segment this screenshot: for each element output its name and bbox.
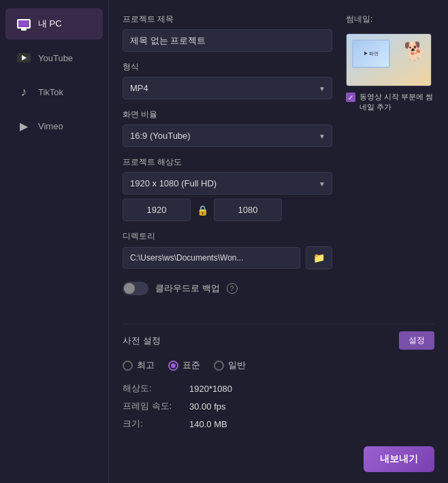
preset-radio-group: 최고 표준 일반 — [123, 359, 434, 371]
preset-standard-radio[interactable] — [168, 361, 178, 371]
sidebar-item-vimeo[interactable]: ▶ Vimeo — [5, 110, 103, 141]
export-row: 내보내기 — [109, 446, 448, 483]
sidebar-item-youtube[interactable]: YouTube — [5, 42, 103, 73]
directory-group: 디렉토리 📁 — [123, 231, 332, 269]
sidebar-label-tiktok: TikTok — [38, 87, 63, 97]
sidebar-item-pc[interactable]: 내 PC — [5, 8, 103, 39]
preset-header: 사전 설정 설정 — [123, 331, 434, 350]
sidebar-label-vimeo: Vimeo — [38, 121, 63, 131]
preset-high-label: 최고 — [137, 359, 155, 371]
preset-section: 사전 설정 설정 최고 표준 일반 해상도: 1920*1080 프레임 속도:… — [109, 331, 448, 446]
resolution-dimensions-row: 🔒 — [123, 199, 332, 221]
thumbnail-preview: ▶ 화면 🐕 — [346, 33, 432, 86]
main-panel: 프로젝트 제목 형식 MP4 MOV AVI ▼ 화면 비율 — [109, 0, 448, 483]
resolution-select-wrapper: 1920 x 1080 (Full HD) 1280 x 720 (HD) 38… — [123, 172, 332, 195]
project-title-group: 프로젝트 제목 — [123, 14, 332, 52]
directory-row: 📁 — [123, 246, 332, 269]
thumbnail-checkbox-label: 동영상 시작 부분에 썸네일 추가 — [359, 92, 434, 113]
height-input[interactable] — [214, 199, 282, 221]
directory-input[interactable] — [123, 247, 300, 269]
thumbnail-checkbox[interactable]: ✓ — [346, 93, 355, 102]
spec-size-value: 140.0 MB — [189, 419, 227, 429]
pc-icon — [16, 16, 31, 31]
spec-fps-key: 프레임 속도: — [123, 400, 184, 412]
format-label: 형식 — [123, 61, 332, 73]
preset-high-radio[interactable] — [123, 361, 133, 371]
thumbnail-checkbox-row: ✓ 동영상 시작 부분에 썸네일 추가 — [346, 92, 434, 113]
preset-normal-radio[interactable] — [214, 361, 224, 371]
preset-title: 사전 설정 — [123, 335, 161, 347]
thumbnail-screen: ▶ 화면 — [352, 39, 390, 68]
preset-standard-label: 표준 — [182, 359, 200, 371]
form-section: 프로젝트 제목 형식 MP4 MOV AVI ▼ 화면 비율 — [123, 14, 332, 317]
cloud-backup-toggle[interactable] — [123, 282, 148, 295]
thumbnail-section: 썸네일: ▶ 화면 🐕 ✓ 동영상 시작 부분에 썸네일 추가 — [346, 14, 434, 317]
preset-standard-option[interactable]: 표준 — [168, 359, 200, 371]
aspect-ratio-select-wrapper: 16:9 (YouTube) 9:16 (TikTok) 1:1 ▼ — [123, 124, 332, 147]
cloud-backup-label: 클라우드로 백업 — [155, 282, 220, 295]
section-divider — [123, 324, 434, 324]
resolution-label: 프로젝트 해상도 — [123, 156, 332, 168]
width-input[interactable] — [123, 199, 191, 221]
cloud-backup-row: 클라우드로 백업 ? — [123, 282, 332, 295]
preset-normal-option[interactable]: 일반 — [214, 359, 246, 371]
spec-fps-row: 프레임 속도: 30.00 fps — [123, 400, 434, 412]
settings-button[interactable]: 설정 — [399, 331, 434, 350]
spec-fps-value: 30.00 fps — [189, 401, 226, 412]
sidebar-label-youtube: YouTube — [38, 53, 73, 63]
help-icon[interactable]: ? — [227, 283, 238, 294]
format-select-wrapper: MP4 MOV AVI ▼ — [123, 77, 332, 99]
sidebar-item-tiktok[interactable]: ♪ TikTok — [5, 76, 103, 107]
folder-browse-button[interactable]: 📁 — [306, 246, 332, 269]
spec-resolution-value: 1920*1080 — [189, 384, 232, 394]
spec-size-row: 크기: 140.0 MB — [123, 418, 434, 430]
thumbnail-background: ▶ 화면 🐕 — [347, 34, 431, 86]
lock-icon: 🔒 — [196, 204, 208, 216]
format-select[interactable]: MP4 MOV AVI — [123, 77, 332, 99]
thumbnail-label: 썸네일: — [346, 14, 434, 25]
resolution-group: 프로젝트 해상도 1920 x 1080 (Full HD) 1280 x 72… — [123, 156, 332, 221]
aspect-ratio-group: 화면 비율 16:9 (YouTube) 9:16 (TikTok) 1:1 ▼ — [123, 109, 332, 147]
thumbnail-dog-emoji: 🐕 — [404, 41, 426, 62]
spec-size-key: 크기: — [123, 418, 184, 430]
project-title-label: 프로젝트 제목 — [123, 14, 332, 25]
project-title-input[interactable] — [123, 29, 332, 52]
youtube-icon — [16, 50, 31, 65]
preset-normal-label: 일반 — [228, 359, 246, 371]
aspect-ratio-label: 화면 비율 — [123, 109, 332, 120]
sidebar: 내 PC YouTube ♪ TikTok ▶ Vimeo — [0, 0, 109, 483]
preset-high-option[interactable]: 최고 — [123, 359, 155, 371]
directory-label: 디렉토리 — [123, 231, 332, 242]
sidebar-label-pc: 내 PC — [38, 18, 62, 30]
content-area: 프로젝트 제목 형식 MP4 MOV AVI ▼ 화면 비율 — [109, 0, 448, 317]
spec-resolution-row: 해상도: 1920*1080 — [123, 382, 434, 395]
resolution-select[interactable]: 1920 x 1080 (Full HD) 1280 x 720 (HD) 38… — [123, 172, 332, 195]
format-group: 형식 MP4 MOV AVI ▼ — [123, 61, 332, 99]
spec-resolution-key: 해상도: — [123, 382, 184, 395]
export-button[interactable]: 내보내기 — [364, 446, 434, 472]
tiktok-icon: ♪ — [16, 84, 31, 99]
aspect-ratio-select[interactable]: 16:9 (YouTube) 9:16 (TikTok) 1:1 — [123, 124, 332, 147]
vimeo-icon: ▶ — [16, 118, 31, 133]
